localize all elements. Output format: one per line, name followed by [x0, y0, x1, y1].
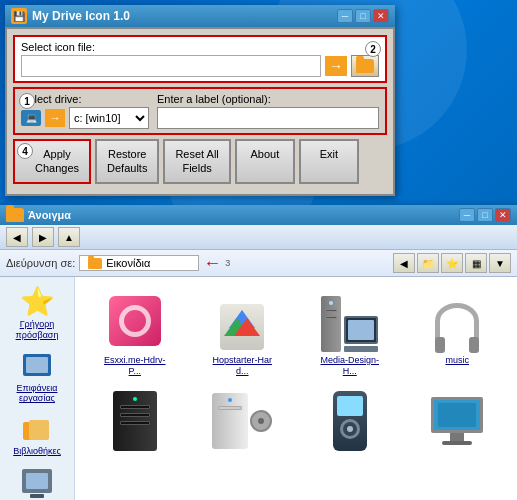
badge-3-label: 3	[225, 258, 230, 268]
select-drive-label: Select drive:	[21, 93, 149, 105]
folder-addr-icon	[88, 258, 102, 269]
badge-2: 2	[365, 41, 381, 57]
minimize-button[interactable]: ─	[337, 9, 353, 23]
explorer-toolbar: ◀ ▶ ▲	[0, 225, 517, 250]
file-icon-white-tower	[210, 389, 274, 453]
file-grid: Esxxi.me-Hdrv-P... Hopstarter-Har	[75, 277, 517, 500]
libraries-icon	[21, 412, 53, 444]
file-icon-headphones	[425, 289, 489, 353]
file-icon-tower	[318, 289, 382, 353]
red-arrow-3: ←	[203, 254, 221, 272]
file-item[interactable]	[83, 385, 187, 459]
file-item[interactable]: Hopstarter-Hard...	[191, 285, 295, 381]
address-label: Διεύρυνση σε:	[6, 257, 75, 269]
browse-button[interactable]	[351, 55, 379, 77]
sidebar-panel: ⭐ Γρήγορηπρόσβαση Επιφάνειαεργασίας	[0, 277, 75, 500]
explorer-maximize-button[interactable]: □	[477, 208, 493, 222]
file-label: Esxxi.me-Hdrv-P...	[100, 355, 170, 377]
file-item[interactable]	[406, 385, 510, 459]
explorer-title: Άνοιγμα	[28, 209, 71, 221]
select-icon-section: Select icon file: → 2	[13, 35, 387, 83]
restore-label: RestoreDefaults	[107, 148, 147, 174]
libraries-label: Βιβλιοθήκες	[13, 446, 61, 457]
drive-select[interactable]: c: [win10]	[69, 107, 149, 129]
arrow-indicator-2: →	[325, 56, 347, 76]
app-title: My Drive Icon 1.0	[32, 9, 130, 23]
address-bar: Διεύρυνση σε: Εικονίδια ← 3 ◀ 📁 ⭐ ▦ ▼	[0, 250, 517, 277]
address-folder[interactable]: Εικονίδια	[79, 255, 199, 271]
file-icon-black-tower	[103, 389, 167, 453]
drive-label-input[interactable]	[157, 107, 379, 129]
back-button[interactable]: ◀	[6, 227, 28, 247]
drive-label-section: Select drive: 💻 → c: [win10] Enter a lab…	[13, 87, 387, 135]
exit-button[interactable]: Exit	[299, 139, 359, 184]
about-label: About	[250, 148, 279, 160]
file-browser: ⭐ Γρήγορηπρόσβαση Επιφάνειαεργασίας	[0, 277, 517, 500]
address-nav-btns: ◀ 📁 ⭐ ▦ ▼	[393, 253, 511, 273]
file-item[interactable]: Esxxi.me-Hdrv-P...	[83, 285, 187, 381]
desktop-label: Επιφάνειαεργασίας	[17, 383, 58, 405]
file-item[interactable]	[298, 385, 402, 459]
about-button[interactable]: About	[235, 139, 295, 184]
drive-type-icon: 💻	[21, 110, 41, 126]
file-label: music	[445, 355, 469, 366]
sidebar-item-pc[interactable]: Αυτός	[21, 465, 53, 500]
nav-btn-1[interactable]: ◀	[393, 253, 415, 273]
file-label: Media-Design-H...	[315, 355, 385, 377]
desktop-icon	[21, 349, 53, 381]
badge-1: 1	[19, 93, 35, 109]
file-item[interactable]: music	[406, 285, 510, 381]
quick-access-label: Γρήγορηπρόσβαση	[16, 319, 59, 341]
icon-file-input[interactable]	[21, 55, 321, 77]
app-body: Select icon file: → 2 Select drive: 💻 →	[5, 27, 395, 196]
quick-access-icon: ⭐	[21, 285, 53, 317]
action-buttons: 4 ApplyChanges RestoreDefaults Reset All…	[13, 139, 387, 184]
folder-name: Εικονίδια	[106, 257, 150, 269]
file-item[interactable]: Media-Design-H...	[298, 285, 402, 381]
window-controls: ─ □ ✕	[337, 9, 389, 23]
folder-icon	[356, 59, 374, 73]
nav-btn-down[interactable]: ▼	[489, 253, 511, 273]
file-label: Hopstarter-Hard...	[207, 355, 277, 377]
select-icon-label: Select icon file:	[21, 41, 379, 53]
exit-label: Exit	[320, 148, 338, 160]
sidebar-item-quick-access[interactable]: ⭐ Γρήγορηπρόσβαση	[16, 285, 59, 341]
maximize-button[interactable]: □	[355, 9, 371, 23]
arrow-indicator-1: →	[45, 109, 65, 127]
explorer-folder-icon	[6, 208, 24, 222]
sidebar-item-desktop[interactable]: Επιφάνειαεργασίας	[17, 349, 58, 405]
file-icon-pink-drive	[103, 289, 167, 353]
nav-btn-star[interactable]: ⭐	[441, 253, 463, 273]
apply-changes-button[interactable]: 4 ApplyChanges	[13, 139, 91, 184]
restore-defaults-button[interactable]: RestoreDefaults	[95, 139, 159, 184]
sidebar-item-libraries[interactable]: Βιβλιοθήκες	[13, 412, 61, 457]
close-button[interactable]: ✕	[373, 9, 389, 23]
nav-btn-folder[interactable]: 📁	[417, 253, 439, 273]
explorer-close-button[interactable]: ✕	[495, 208, 511, 222]
title-bar: 💾 My Drive Icon 1.0 ─ □ ✕	[5, 5, 395, 27]
pc-icon-sidebar	[21, 465, 53, 497]
up-button[interactable]: ▲	[58, 227, 80, 247]
label-part: Enter a label (optional):	[157, 93, 379, 129]
explorer-minimize-button[interactable]: ─	[459, 208, 475, 222]
badge-4: 4	[17, 143, 33, 159]
app-icon: 💾	[11, 8, 27, 24]
file-icon-google-drive	[210, 289, 274, 353]
explorer-window: Άνοιγμα ─ □ ✕ ◀ ▶ ▲ Διεύρυνση σε: Εικονί…	[0, 205, 517, 500]
reset-label: Reset AllFields	[175, 148, 218, 174]
reset-all-fields-button[interactable]: Reset AllFields	[163, 139, 230, 184]
file-item[interactable]	[191, 385, 295, 459]
app-window: 💾 My Drive Icon 1.0 ─ □ ✕ Select icon fi…	[5, 5, 395, 196]
file-icon-mp3	[318, 389, 382, 453]
forward-button[interactable]: ▶	[32, 227, 54, 247]
file-icon-monitor	[425, 389, 489, 453]
drive-part: Select drive: 💻 → c: [win10]	[21, 93, 149, 129]
apply-label: ApplyChanges	[25, 147, 79, 176]
nav-btn-grid[interactable]: ▦	[465, 253, 487, 273]
enter-label-label: Enter a label (optional):	[157, 93, 379, 105]
explorer-title-bar: Άνοιγμα ─ □ ✕	[0, 205, 517, 225]
